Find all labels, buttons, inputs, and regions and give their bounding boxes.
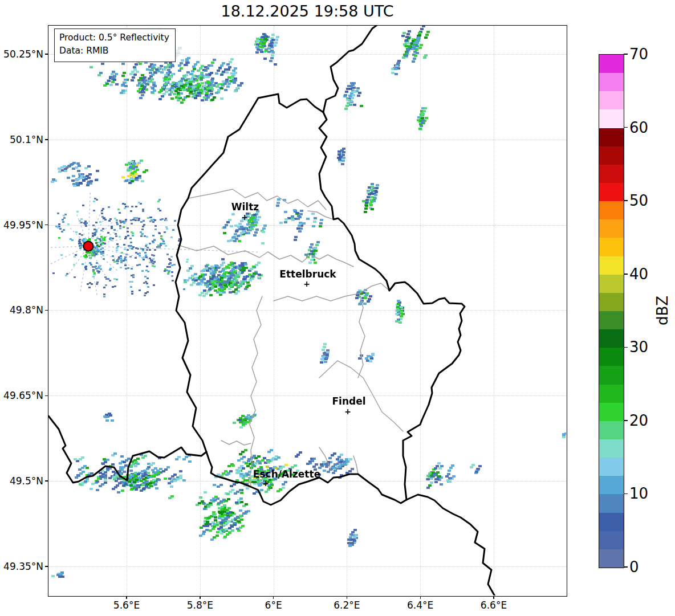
- colorbar-band: [599, 165, 624, 183]
- x-axis-tick-label: 5.6°E: [113, 599, 140, 611]
- y-axis-tick: [45, 566, 48, 567]
- x-axis-tick: [493, 596, 494, 599]
- region-border: [353, 456, 358, 474]
- y-axis-tick: [45, 310, 48, 311]
- x-axis-tick: [273, 596, 274, 599]
- colorbar-tick: [624, 493, 628, 495]
- x-axis-tick-label: 6.2°E: [334, 599, 360, 611]
- colorbar-band: [599, 348, 624, 366]
- city-marker: +: [262, 479, 269, 487]
- y-axis-tick: [45, 225, 48, 226]
- colorbar-band: [599, 439, 624, 458]
- y-axis-tick-label: 49.95°N: [0, 219, 43, 231]
- colorbar-band: [599, 109, 624, 128]
- country-border: [48, 416, 206, 483]
- city-label-findel: Findel: [332, 395, 365, 407]
- x-axis-tick-label: 5.8°E: [187, 599, 213, 611]
- product-info-box: Product: 0.5° Reflectivity Data: RMIB: [54, 28, 176, 62]
- x-axis-tick: [200, 596, 201, 599]
- colorbar-band: [599, 146, 624, 165]
- y-axis-tick-label: 50.1°N: [0, 134, 43, 145]
- y-axis-tick-label: 50.25°N: [0, 48, 43, 60]
- colorbar-tick-label: 50: [629, 192, 648, 209]
- colorbar-band: [599, 458, 624, 476]
- country-border: [406, 495, 495, 595]
- colorbar-band: [599, 293, 624, 311]
- radar-map-figure: 18.12.2025 19:58 UTC Wiltz+Ettelbruck+Fi…: [0, 0, 675, 616]
- colorbar-tick: [624, 566, 628, 568]
- colorbar-band: [599, 476, 624, 494]
- colorbar-band: [599, 183, 624, 201]
- colorbar-band: [599, 275, 624, 293]
- colorbar-band: [599, 513, 624, 531]
- y-axis-tick-label: 49.5°N: [0, 475, 43, 487]
- city-marker: +: [303, 280, 310, 288]
- colorbar-tick: [624, 420, 628, 421]
- city-marker: +: [241, 213, 248, 221]
- colorbar-band: [599, 531, 624, 549]
- colorbar: [599, 54, 624, 568]
- map-plot-area: Wiltz+Ettelbruck+Findel+Esch/Alzette+ Pr…: [48, 26, 566, 595]
- radar-site-marker: [83, 241, 94, 252]
- city-label-esch-alzette: Esch/Alzette: [253, 468, 320, 480]
- city-label-ettelbruck: Ettelbruck: [279, 268, 336, 280]
- region-border: [221, 440, 251, 445]
- x-axis-tick-label: 6.6°E: [481, 599, 507, 611]
- colorbar-band: [599, 385, 624, 403]
- colorbar-band: [599, 256, 624, 275]
- y-axis-tick: [45, 139, 48, 140]
- country-border: [319, 112, 465, 500]
- colorbar-tick-label: 40: [629, 266, 648, 283]
- colorbar-band: [599, 55, 624, 73]
- x-axis-tick: [420, 596, 421, 599]
- colorbar-tick: [624, 200, 628, 201]
- x-axis-tick-label: 6°E: [265, 599, 282, 611]
- x-axis-tick-label: 6.4°E: [407, 599, 433, 611]
- y-axis-tick-label: 49.35°N: [0, 561, 43, 572]
- colorbar-tick-label: 10: [629, 485, 648, 502]
- colorbar-band: [599, 549, 624, 568]
- colorbar-band: [599, 73, 624, 91]
- y-axis-tick-label: 49.8°N: [0, 304, 43, 316]
- y-axis-tick: [45, 395, 48, 397]
- x-axis-tick: [347, 596, 348, 599]
- colorbar-band: [599, 201, 624, 219]
- y-axis-tick-label: 49.65°N: [0, 390, 43, 401]
- colorbar-unit-label: dBZ: [654, 296, 671, 325]
- region-border: [308, 211, 334, 219]
- colorbar-band: [599, 494, 624, 512]
- colorbar-tick: [624, 274, 628, 275]
- colorbar-band: [599, 366, 624, 384]
- region-border: [319, 447, 331, 469]
- x-axis-tick: [126, 596, 127, 599]
- colorbar-tick: [624, 54, 628, 55]
- colorbar-tick-label: 0: [629, 558, 639, 576]
- region-border: [358, 293, 365, 378]
- colorbar-tick-label: 20: [629, 412, 648, 429]
- product-info-line2: Data: RMIB: [59, 44, 169, 58]
- colorbar-tick-label: 30: [629, 338, 648, 356]
- colorbar-tick-label: 70: [629, 46, 648, 63]
- colorbar-tick: [624, 347, 628, 348]
- city-label-wiltz: Wiltz: [231, 201, 259, 213]
- colorbar-band: [599, 91, 624, 109]
- colorbar-band: [599, 329, 624, 348]
- region-border: [274, 283, 389, 301]
- region-border: [178, 245, 353, 267]
- country-border: [323, 26, 379, 112]
- colorbar-band: [599, 403, 624, 421]
- country-border-overlay: [48, 26, 566, 595]
- product-info-line1: Product: 0.5° Reflectivity: [59, 31, 169, 44]
- colorbar-band: [599, 421, 624, 439]
- colorbar-band: [599, 238, 624, 256]
- colorbar-tick: [624, 127, 628, 128]
- colorbar-band: [599, 219, 624, 238]
- colorbar-tick-label: 60: [629, 119, 648, 136]
- y-axis-tick: [45, 54, 48, 55]
- figure-title: 18.12.2025 19:58 UTC: [48, 2, 566, 20]
- y-axis-tick: [45, 480, 48, 482]
- city-marker: +: [344, 407, 351, 415]
- region-border: [250, 296, 262, 486]
- colorbar-band: [599, 128, 624, 146]
- colorbar-band: [599, 311, 624, 329]
